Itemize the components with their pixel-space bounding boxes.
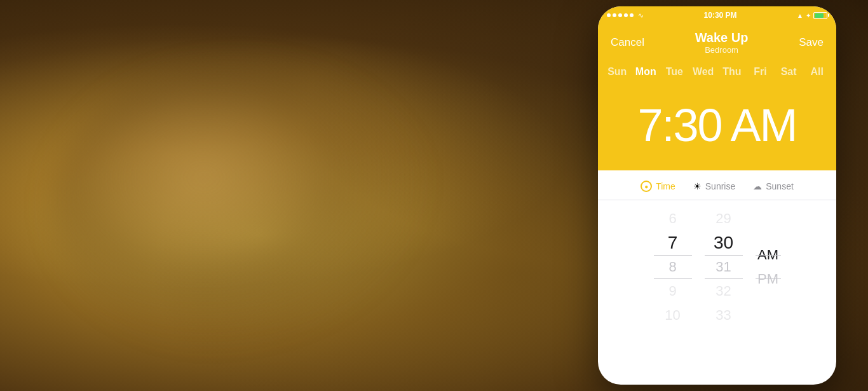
time-icon: ● [641,181,652,192]
signal-area: ∿ [607,11,644,20]
signal-dot-5 [630,13,634,17]
mode-time[interactable]: ● Time [641,181,675,192]
ampm-am: AM [749,243,787,267]
battery-fill [815,13,824,18]
mode-sunset[interactable]: ☁ Sunset [753,181,794,191]
day-tue[interactable]: Tue [664,66,684,78]
status-right: ▲ ✦ [797,12,827,19]
minute-item-31: 31 [698,255,749,279]
ampm-picker[interactable]: AM PM [749,243,787,291]
iphone-frame: ∿ 10:30 PM ▲ ✦ Cancel Wake Up Bedroom Sa… [598,6,836,385]
minute-item-29: 29 [698,207,749,231]
day-thu[interactable]: Thu [722,66,742,78]
minute-item-30: 30 [698,231,749,255]
day-sat[interactable]: Sat [778,66,799,78]
signal-dot-1 [607,13,611,17]
hour-item-6: 6 [648,207,698,231]
hour-item-9: 9 [648,279,698,303]
mode-selector: ● Time ☀ Sunrise ☁ Sunset [598,170,836,200]
mode-time-label: Time [656,181,675,191]
status-bar: ∿ 10:30 PM ▲ ✦ [598,6,836,24]
hour-item-7: 7 [648,231,698,255]
sunset-icon: ☁ [753,181,762,191]
alarm-title: Wake Up Bedroom [644,31,799,55]
sunrise-icon: ☀ [693,181,702,191]
hour-picker[interactable]: 6 7 8 9 10 [648,207,698,327]
alarm-location: Bedroom [644,45,799,55]
wifi-icon: ∿ [638,11,644,20]
hour-item-10: 10 [648,303,698,327]
person-silhouette [51,64,432,350]
minute-item-32: 32 [698,279,749,303]
day-mon[interactable]: Mon [635,66,656,78]
status-time: 10:30 PM [704,11,737,20]
minute-item-33: 33 [698,303,749,327]
ampm-pm: PM [749,267,787,291]
signal-dot-4 [624,13,628,17]
signal-dot-3 [618,13,622,17]
time-big-display: 7:30 AM [637,100,796,151]
mode-sunrise[interactable]: ☀ Sunrise [693,181,735,191]
location-icon: ▲ [797,12,803,19]
days-of-week: Sun Mon Tue Wed Thu Fri Sat All [598,58,836,86]
nav-bar: Cancel Wake Up Bedroom Save [598,24,836,58]
day-all[interactable]: All [807,66,827,78]
mode-sunrise-label: Sunrise [705,181,735,191]
signal-dot-2 [613,13,616,17]
alarm-name: Wake Up [644,31,799,45]
minute-picker[interactable]: 29 30 31 32 33 [698,207,749,327]
day-fri[interactable]: Fri [750,66,771,78]
bluetooth-icon: ✦ [806,12,811,19]
day-sun[interactable]: Sun [607,66,627,78]
battery-icon [813,12,827,19]
day-wed[interactable]: Wed [693,66,714,78]
hour-item-8: 8 [648,255,698,279]
cancel-button[interactable]: Cancel [611,36,644,49]
save-button[interactable]: Save [799,36,824,49]
time-display-area: 7:30 AM [598,86,836,170]
mode-sunset-label: Sunset [766,181,794,191]
time-picker[interactable]: 6 7 8 9 10 29 30 31 32 33 AM PM [598,200,836,334]
white-section: ● Time ☀ Sunrise ☁ Sunset 6 7 8 9 10 [598,170,836,334]
